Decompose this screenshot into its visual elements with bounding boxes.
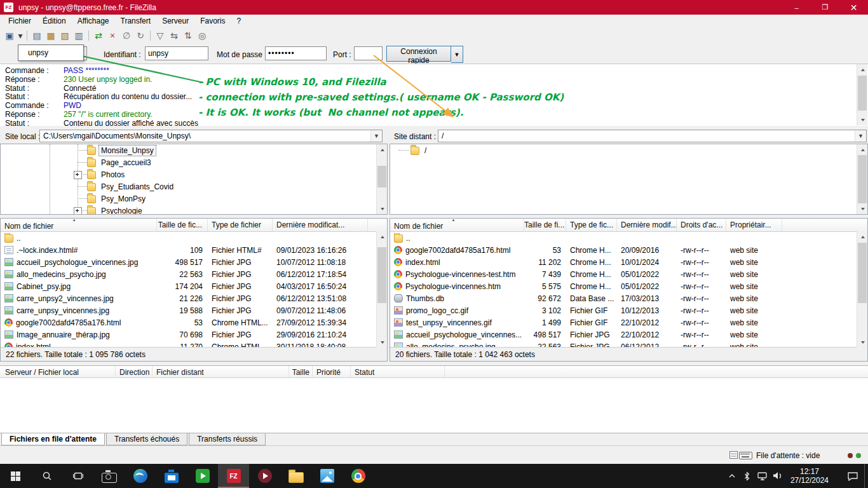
host-suggestion-dropdown[interactable]: unpsy <box>18 44 84 61</box>
green-video-app[interactable] <box>187 464 218 488</box>
file-row[interactable]: allo_medecins_psycho.jpg 22 563 Fichier … <box>1 268 387 280</box>
menu-item[interactable]: Serveur <box>156 15 194 27</box>
local-path-combo[interactable]: C:\Users\mgail\Documents\Monsite_Unpsy\ … <box>39 130 383 142</box>
toggle-message-log-icon[interactable]: ▤ <box>30 29 44 43</box>
menu-item[interactable]: Affichage <box>72 15 115 27</box>
queue-column-remote-file[interactable]: Fichier distant <box>153 366 289 377</box>
scroll-up-icon[interactable] <box>857 144 868 155</box>
log-scrollbar[interactable] <box>857 64 867 125</box>
media-player-app[interactable] <box>249 464 280 488</box>
file-row[interactable]: accueil_psychologue_vincennes.jpg 498 51… <box>1 256 387 268</box>
column-header-name[interactable]: Nom de fichier <box>1 219 157 231</box>
chevron-down-icon[interactable]: ▼ <box>370 130 382 142</box>
remote-tree-scrollbar[interactable] <box>857 144 867 214</box>
remote-path-combo[interactable]: / ▼ <box>438 130 867 142</box>
file-row[interactable]: google7002dafd4785a176.html 53 Chrome HT… <box>1 316 387 329</box>
remote-list-scrollbar[interactable] <box>857 231 867 348</box>
tree-item[interactable]: / <box>390 144 867 156</box>
local-tree-scrollbar[interactable] <box>376 144 387 214</box>
menu-item[interactable]: Transfert <box>115 15 157 27</box>
volume-icon[interactable] <box>770 464 785 488</box>
separator[interactable] <box>27 30 27 41</box>
site-manager-icon[interactable]: ▣ <box>3 29 17 43</box>
disconnect-icon[interactable]: ∅ <box>119 29 133 43</box>
search-button[interactable] <box>31 464 62 488</box>
file-row[interactable]: index.html 11 202 Chrome H... 10/01/2024… <box>390 256 867 268</box>
chrome-browser[interactable] <box>342 464 374 488</box>
file-row[interactable]: .. <box>1 232 387 244</box>
scroll-down-icon[interactable] <box>857 203 868 214</box>
reconnect-icon[interactable]: ↻ <box>133 29 147 43</box>
separator[interactable] <box>150 30 151 41</box>
queue-tab[interactable]: Fichiers en file d'attente <box>1 433 105 445</box>
task-view-button[interactable] <box>62 464 93 488</box>
find-icon[interactable]: ◎ <box>195 29 209 43</box>
expander-plus-icon[interactable] <box>74 207 82 215</box>
file-explorer[interactable] <box>280 464 311 488</box>
file-row[interactable]: carre_unpsy_vincennes.jpg 19 588 Fichier… <box>1 304 387 316</box>
close-button[interactable]: ✕ <box>839 0 868 15</box>
photos-app[interactable] <box>311 464 342 488</box>
port-input[interactable] <box>354 46 383 60</box>
scrollbar-thumb[interactable] <box>858 243 867 303</box>
tree-item[interactable]: Monsite_Unpsy <box>1 144 387 156</box>
taskbar-clock[interactable]: 12:17 27/12/2024 <box>785 467 834 485</box>
scroll-down-icon[interactable] <box>857 114 868 125</box>
tree-item[interactable]: Psy_Etudiants_Covid <box>1 180 387 193</box>
column-header-date[interactable]: Dernière modificat... <box>273 219 368 231</box>
file-row[interactable]: Psychologue-vincennes-test.htm 7 439 Chr… <box>390 268 867 280</box>
maximize-button[interactable]: ❐ <box>811 0 839 15</box>
column-header-date[interactable]: Dernière modif... <box>617 219 677 231</box>
scroll-up-icon[interactable] <box>377 144 388 155</box>
toggle-queue-icon[interactable]: ▥ <box>72 29 86 43</box>
queue-column-status[interactable]: Statut <box>351 366 445 377</box>
scroll-down-icon[interactable] <box>377 337 388 348</box>
file-row[interactable]: .~lock.index.html# 109 Fichier HTML# 09/… <box>1 244 387 256</box>
scroll-up-icon[interactable] <box>857 64 868 75</box>
tray-chevron-up-icon[interactable] <box>724 464 740 488</box>
queue-column-size[interactable]: Taille <box>289 366 313 377</box>
column-header-rights[interactable]: Droits d'ac... <box>677 219 726 231</box>
tree-item[interactable]: Photos <box>1 168 387 180</box>
chevron-down-icon[interactable]: ▼ <box>855 130 866 142</box>
file-row[interactable]: .. <box>390 232 867 244</box>
network-icon[interactable] <box>755 464 770 488</box>
file-row[interactable]: google7002dafd4785a176.html 53 Chrome H.… <box>390 244 867 256</box>
toggle-local-tree-icon[interactable]: ▦ <box>44 29 58 43</box>
local-list-scrollbar[interactable] <box>376 231 387 348</box>
tree-item[interactable]: Psy_MonPsy <box>1 193 387 205</box>
compare-icon[interactable]: ⇆ <box>167 29 181 43</box>
column-header-type[interactable]: Type de fic... <box>566 219 617 231</box>
column-header-size[interactable]: Taille de fic... <box>157 219 208 231</box>
queue-column-direction[interactable]: Direction <box>116 366 153 377</box>
filezilla[interactable] <box>218 464 249 488</box>
edge-browser[interactable] <box>125 464 156 488</box>
menu-item[interactable]: Édition <box>37 15 72 27</box>
expander-plus-icon[interactable] <box>74 171 82 179</box>
queue-column-priority[interactable]: Priorité <box>313 366 351 377</box>
start-button[interactable] <box>0 464 31 488</box>
action-center-button[interactable] <box>841 464 864 488</box>
password-input[interactable] <box>265 46 327 60</box>
menu-item[interactable]: Fichier <box>3 15 37 27</box>
toggle-remote-tree-icon[interactable]: ▧ <box>58 29 72 43</box>
column-header-name[interactable]: Nom de fichier <box>390 219 524 231</box>
sync-browse-icon[interactable]: ⇅ <box>181 29 195 43</box>
site-manager-dropdown-icon[interactable]: ▾ <box>17 29 24 43</box>
separator[interactable] <box>88 30 89 41</box>
file-row[interactable]: carre_unpsy2_vincennes.jpg 21 226 Fichie… <box>1 292 387 304</box>
user-input[interactable] <box>145 46 208 60</box>
microsoft-store[interactable] <box>156 464 187 488</box>
file-row[interactable]: Psychologue-vincennes.htm 5 575 Chrome H… <box>390 280 867 292</box>
column-header-size[interactable]: Taille de fi... <box>524 219 566 231</box>
column-header-owner[interactable]: Propriétair... <box>726 219 782 231</box>
file-row[interactable]: test_unpsy_vincennes.gif 1 499 Fichier G… <box>390 316 867 329</box>
scroll-down-icon[interactable] <box>377 203 388 214</box>
menu-item[interactable]: Favoris <box>194 15 231 27</box>
scroll-up-icon[interactable] <box>857 231 868 242</box>
scroll-up-icon[interactable] <box>377 231 388 242</box>
scrollbar-thumb[interactable] <box>858 155 867 203</box>
quickconnect-dropdown-icon[interactable]: ▼ <box>451 46 463 63</box>
file-row[interactable]: Cabinet_psy.jpg 174 204 Fichier JPG 04/0… <box>1 280 387 292</box>
scrollbar-thumb[interactable] <box>377 247 386 303</box>
